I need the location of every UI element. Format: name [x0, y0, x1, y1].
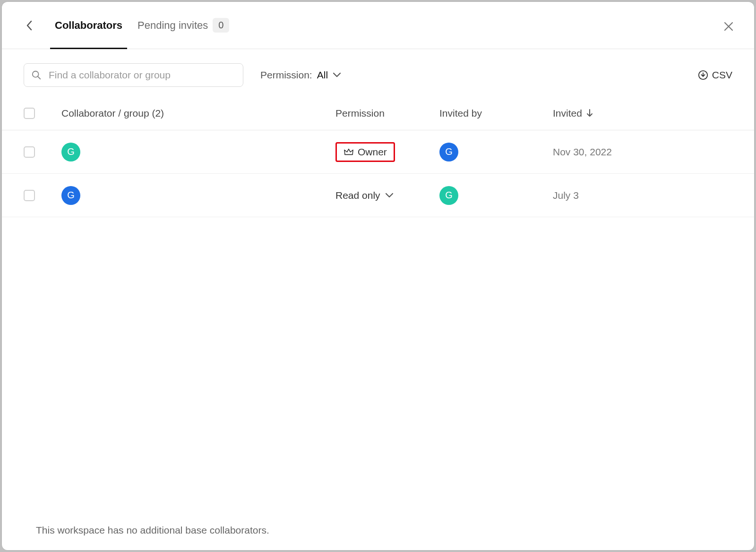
- tab-collaborators[interactable]: Collaborators: [47, 2, 130, 49]
- permission-filter[interactable]: Permission: All: [260, 69, 341, 81]
- arrow-down-icon: [586, 109, 593, 118]
- row-checkbox[interactable]: [24, 146, 35, 158]
- filter-bar: Permission: All CSV: [2, 49, 754, 96]
- footer-note: This workspace has no additional base co…: [2, 525, 754, 536]
- invited-date: Nov 30, 2022: [553, 146, 676, 158]
- download-icon: [698, 70, 708, 80]
- close-button[interactable]: [720, 18, 737, 35]
- col-collaborator[interactable]: Collaborator / group (2): [61, 108, 335, 119]
- export-csv-button[interactable]: CSV: [698, 69, 732, 81]
- col-invited-by[interactable]: Invited by: [439, 108, 553, 119]
- chevron-down-icon: [333, 72, 341, 78]
- avatar: G: [61, 143, 80, 161]
- permission-owner: Owner: [335, 142, 395, 162]
- tabs: Collaborators Pending invites 0: [47, 2, 237, 49]
- table-row: G Read only G July 3: [2, 174, 754, 217]
- invited-by-avatar: G: [439, 186, 458, 205]
- table-row: G Owner G Nov 30, 2022: [2, 130, 754, 174]
- collaborator-table: Collaborator / group (2) Permission Invi…: [2, 96, 754, 217]
- collaborators-modal: Collaborators Pending invites 0 Permissi…: [2, 2, 754, 550]
- row-checkbox[interactable]: [24, 190, 35, 201]
- pending-count-badge: 0: [213, 18, 229, 33]
- invited-by-avatar: G: [439, 143, 458, 161]
- permission-filter-label: Permission:: [260, 69, 312, 81]
- tab-pending-invites[interactable]: Pending invites 0: [130, 2, 237, 49]
- permission-label: Read only: [335, 190, 380, 201]
- col-permission[interactable]: Permission: [335, 108, 439, 119]
- crown-icon: [344, 148, 354, 156]
- select-all-checkbox[interactable]: [24, 108, 35, 119]
- permission-label: Owner: [358, 146, 387, 158]
- avatar: G: [61, 186, 80, 205]
- permission-filter-value: All: [317, 69, 328, 81]
- tab-label: Collaborators: [55, 19, 122, 32]
- tab-label: Pending invites: [137, 19, 208, 32]
- permission-select[interactable]: Read only: [335, 190, 394, 201]
- table-header: Collaborator / group (2) Permission Invi…: [2, 96, 754, 130]
- invited-date: July 3: [553, 190, 676, 201]
- csv-label: CSV: [712, 69, 732, 81]
- search-input[interactable]: [24, 63, 243, 87]
- search-icon: [31, 70, 42, 80]
- chevron-down-icon: [385, 193, 394, 198]
- search-wrap: [24, 63, 243, 87]
- modal-header: Collaborators Pending invites 0: [2, 2, 754, 49]
- back-button[interactable]: [21, 17, 38, 34]
- col-invited[interactable]: Invited: [553, 108, 676, 119]
- close-icon: [723, 21, 734, 32]
- chevron-left-icon: [26, 20, 33, 31]
